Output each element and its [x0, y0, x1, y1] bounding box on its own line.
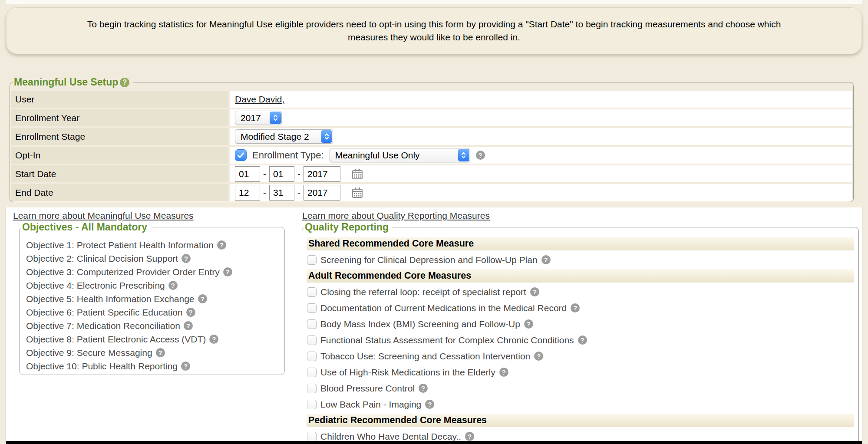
measure-help-icon[interactable]: ?	[425, 400, 434, 409]
objectives-list: Objective 1: Protect Patient Health Info…	[20, 233, 284, 373]
measure-checkbox[interactable]	[307, 432, 317, 441]
objective-help-icon[interactable]: ?	[217, 240, 226, 250]
objectives-fieldset: Objectives - All Mandatory Objective 1: …	[19, 221, 285, 375]
end-date-cell: - -	[230, 184, 852, 201]
objective-label: Objective 5: Health Information Exchange	[26, 294, 195, 304]
measure-checkbox[interactable]	[307, 255, 317, 265]
measure-checkbox[interactable]	[307, 303, 317, 313]
objective-label: Objective 8: Patient Electronic Access (…	[26, 334, 206, 345]
objective-item: Objective 3: Computerized Provider Order…	[26, 265, 284, 279]
user-link[interactable]: Dave David,	[235, 94, 284, 105]
calendar-icon[interactable]	[351, 168, 364, 181]
measure-checkbox[interactable]	[307, 400, 317, 409]
objective-item: Objective 1: Protect Patient Health Info…	[26, 238, 284, 252]
objective-help-icon[interactable]: ?	[223, 267, 232, 276]
enrollment-stage-select[interactable]: Modified Stage 2	[235, 129, 333, 144]
measure-checkbox[interactable]	[307, 335, 317, 345]
measure-item: Blood Pressure Control ?	[307, 380, 854, 396]
enrollment-type-value: Meaningful Use Only	[335, 150, 420, 161]
date-separator: -	[263, 187, 266, 198]
measure-help-icon[interactable]: ?	[419, 384, 428, 393]
measure-help-icon[interactable]: ?	[530, 287, 539, 296]
measure-label: Screening for Clinical Depression and Fo…	[320, 255, 538, 265]
date-separator: -	[263, 169, 266, 179]
objective-item: Objective 5: Health Information Exchange…	[26, 292, 284, 306]
measure-item: Use of High-Risk Medications in the Elde…	[307, 364, 854, 380]
measure-label: Body Mass Index (BMI) Screening and Foll…	[320, 319, 520, 329]
instruction-banner: To begin tracking statistics for Meaning…	[6, 7, 862, 54]
enrollment-type-help-icon[interactable]: ?	[476, 151, 485, 160]
measure-checkbox[interactable]	[307, 287, 317, 297]
measure-item: Screening for Clinical Depression and Fo…	[307, 252, 854, 268]
enrollment-year-value: 2017	[241, 113, 261, 123]
content-panel: Learn more about Meaningful Use Measures…	[6, 207, 862, 444]
measure-label: Functional Status Assessment for Complex…	[320, 335, 574, 345]
objective-label: Objective 10: Public Health Reporting	[26, 361, 178, 372]
objective-help-icon[interactable]: ?	[198, 294, 207, 303]
section-header-shared: Shared Recommended Core Measure	[307, 237, 854, 250]
opt-in-checkbox[interactable]	[235, 149, 247, 161]
measure-item: Tobacco Use: Screening and Cessation Int…	[307, 348, 854, 364]
end-month-input[interactable]	[235, 185, 260, 201]
measure-item: Low Back Pain - Imaging ?	[307, 396, 854, 412]
objective-help-icon[interactable]: ?	[186, 308, 195, 317]
measure-checkbox[interactable]	[307, 352, 317, 361]
banner-text: To begin tracking statistics for Meaning…	[7, 18, 861, 44]
objective-help-icon[interactable]: ?	[184, 321, 193, 330]
user-cell: Dave David,	[230, 91, 852, 108]
enrollment-year-cell: 2017	[230, 109, 852, 126]
objective-label: Objective 9: Secure Messaging	[26, 348, 152, 358]
objective-help-icon[interactable]: ?	[182, 254, 191, 263]
objective-help-icon[interactable]: ?	[156, 348, 165, 357]
end-year-input[interactable]	[304, 185, 340, 201]
measure-help-icon[interactable]: ?	[534, 352, 543, 361]
end-date-label: End Date	[11, 184, 228, 201]
qr-measures-link[interactable]: Learn more about Quality Reporting Measu…	[302, 210, 490, 221]
enrollment-stage-label: Enrollment Stage	[11, 128, 228, 145]
objective-help-icon[interactable]: ?	[181, 362, 190, 371]
setup-title: Meaningful Use Setup	[14, 76, 118, 88]
setup-help-icon[interactable]: ?	[120, 78, 129, 87]
measure-help-icon[interactable]: ?	[524, 319, 533, 329]
objective-help-icon[interactable]: ?	[168, 281, 178, 290]
measure-label: Blood Pressure Control	[320, 383, 415, 394]
measure-checkbox[interactable]	[307, 319, 317, 329]
meaningful-use-setup-fieldset: Meaningful Use Setup ? User Dave David, …	[10, 76, 854, 202]
start-day-input[interactable]	[269, 166, 294, 182]
quality-reporting-list: Shared Recommended Core Measure Screenin…	[302, 233, 858, 444]
mu-measures-link[interactable]: Learn more about Meaningful Use Measures	[13, 210, 194, 221]
calendar-icon[interactable]	[351, 186, 364, 199]
start-date-label: Start Date	[11, 165, 228, 182]
end-day-input[interactable]	[269, 185, 294, 201]
opt-in-label: Opt-In	[11, 147, 228, 164]
measure-item: Documentation of Current Medications in …	[307, 300, 854, 316]
date-separator: -	[297, 187, 300, 198]
measure-help-icon[interactable]: ?	[541, 255, 551, 264]
user-label: User	[11, 91, 228, 108]
objective-help-icon[interactable]: ?	[209, 335, 218, 344]
start-month-input[interactable]	[235, 166, 260, 182]
objective-label: Objective 4: Electronic Prescribing	[26, 280, 165, 291]
objectives-legend: Objectives - All Mandatory	[21, 221, 151, 233]
measure-help-icon[interactable]: ?	[499, 368, 508, 377]
setup-legend: Meaningful Use Setup ?	[13, 76, 133, 88]
setup-table: User Dave David, Enrollment Year 2017 En…	[11, 89, 852, 201]
objective-label: Objective 7: Medication Reconciliation	[26, 321, 180, 331]
enrollment-type-select[interactable]: Meaningful Use Only	[330, 148, 470, 162]
measure-checkbox[interactable]	[307, 368, 317, 377]
measure-help-icon[interactable]: ?	[571, 303, 580, 312]
measure-help-icon[interactable]: ?	[578, 335, 587, 345]
enrollment-year-select[interactable]: 2017	[235, 111, 282, 125]
measure-label: Documentation of Current Medications in …	[320, 303, 567, 313]
start-date-cell: - -	[230, 165, 852, 182]
quality-reporting-fieldset: Quality Reporting Shared Recommended Cor…	[302, 221, 859, 444]
date-separator: -	[297, 169, 300, 179]
measure-checkbox[interactable]	[307, 384, 317, 393]
select-stepper-icon	[270, 112, 281, 124]
measure-help-icon[interactable]: ?	[465, 432, 474, 441]
select-stepper-icon	[458, 149, 469, 161]
start-year-input[interactable]	[304, 166, 340, 182]
measure-label: Children Who Have Dental Decay..	[320, 431, 461, 442]
objective-item: Objective 9: Secure Messaging?	[26, 346, 284, 359]
measure-label: Use of High-Risk Medications in the Elde…	[320, 367, 495, 378]
